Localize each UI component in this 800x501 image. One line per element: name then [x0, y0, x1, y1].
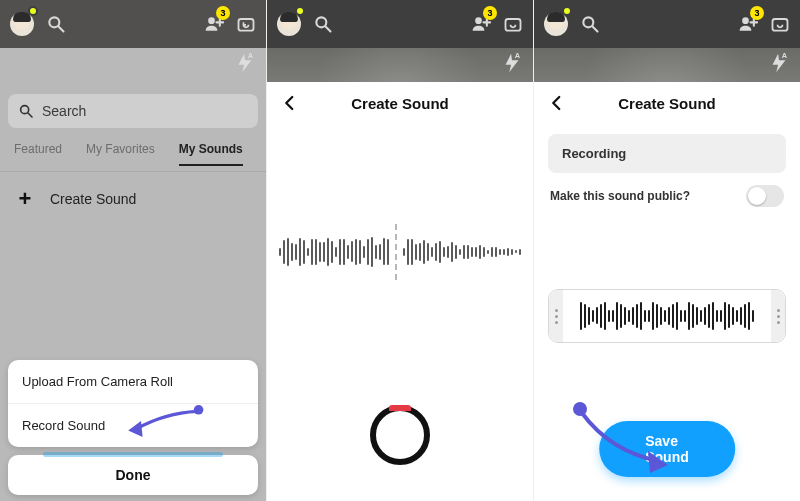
svg-point-2: [208, 17, 215, 24]
search-icon[interactable]: [46, 14, 66, 34]
trim-handle-left[interactable]: [549, 290, 563, 342]
search-icon: [18, 103, 34, 119]
svg-text:A: A: [782, 52, 788, 60]
svg-rect-25: [773, 19, 788, 31]
recording-waveform: [281, 224, 519, 280]
svg-text:A: A: [248, 52, 254, 60]
page-title: Create Sound: [618, 95, 716, 112]
flash-auto-icon[interactable]: A: [234, 52, 256, 74]
svg-rect-17: [506, 19, 521, 31]
back-button[interactable]: [281, 94, 299, 112]
badge-count: 3: [483, 6, 497, 20]
svg-line-9: [28, 113, 32, 117]
flash-auto-icon[interactable]: A: [768, 52, 790, 74]
create-sound-row[interactable]: + Create Sound: [0, 172, 266, 226]
save-sound-button[interactable]: Save Sound: [599, 421, 735, 477]
add-friend-icon[interactable]: 3: [738, 14, 758, 34]
record-button[interactable]: [370, 405, 430, 465]
sound-clip-trimmer[interactable]: [548, 289, 786, 343]
avatar[interactable]: [277, 12, 301, 36]
avatar[interactable]: [544, 12, 568, 36]
svg-line-21: [593, 27, 598, 32]
flip-camera-icon[interactable]: [770, 14, 790, 34]
presence-dot: [295, 6, 305, 16]
app-bar: 3: [0, 0, 266, 48]
badge-count: 3: [750, 6, 764, 20]
panel-sound-picker: 3 A Search Featured My Favorites My Soun…: [0, 0, 266, 501]
upload-from-camera-roll-button[interactable]: Upload From Camera Roll: [8, 360, 258, 404]
flip-camera-icon[interactable]: [236, 14, 256, 34]
flash-auto-icon[interactable]: A: [501, 52, 523, 74]
presence-dot: [562, 6, 572, 16]
avatar[interactable]: [10, 12, 34, 36]
tab-my-sounds[interactable]: My Sounds: [179, 136, 243, 166]
add-friend-icon[interactable]: 3: [471, 14, 491, 34]
svg-point-22: [742, 17, 749, 24]
make-public-row: Make this sound public?: [550, 185, 784, 207]
badge-count: 3: [216, 6, 230, 20]
three-panel-tutorial: 3 A Search Featured My Favorites My Soun…: [0, 0, 800, 501]
make-public-label: Make this sound public?: [550, 189, 690, 203]
record-sound-button[interactable]: Record Sound: [8, 404, 258, 447]
app-bar: 3: [534, 0, 800, 48]
svg-line-1: [59, 27, 64, 32]
back-button[interactable]: [548, 94, 566, 112]
recording-name-field[interactable]: Recording: [548, 134, 786, 173]
presence-dot: [28, 6, 38, 16]
app-bar: 3: [267, 0, 533, 48]
panel-save-sound: 3 A Create Sound Recording Make this sou…: [534, 0, 800, 501]
waveform-playhead: [395, 224, 397, 280]
sub-header: Create Sound: [534, 82, 800, 124]
create-sound-label: Create Sound: [50, 191, 136, 207]
camera-blur-strip: [534, 48, 800, 84]
sub-header: Create Sound: [267, 82, 533, 124]
trim-handle-right[interactable]: [771, 290, 785, 342]
make-public-toggle[interactable]: [746, 185, 784, 207]
plus-icon: +: [12, 186, 38, 212]
svg-line-13: [326, 27, 331, 32]
tab-featured[interactable]: Featured: [14, 136, 62, 165]
tab-my-favorites[interactable]: My Favorites: [86, 136, 155, 165]
done-button[interactable]: Done: [8, 455, 258, 495]
add-friend-icon[interactable]: 3: [204, 14, 224, 34]
search-icon[interactable]: [580, 14, 600, 34]
tabs: Featured My Favorites My Sounds: [0, 136, 266, 172]
flip-camera-icon[interactable]: [503, 14, 523, 34]
action-sheet: Upload From Camera Roll Record Sound Don…: [8, 360, 258, 495]
camera-blur-strip: [267, 48, 533, 84]
search-placeholder: Search: [42, 103, 86, 119]
page-title: Create Sound: [351, 95, 449, 112]
svg-point-14: [475, 17, 482, 24]
svg-text:A: A: [515, 52, 521, 60]
svg-point-28: [573, 402, 587, 416]
panel-create-sound-recording: 3 A Create Sound: [266, 0, 534, 501]
search-icon[interactable]: [313, 14, 333, 34]
search-input[interactable]: Search: [8, 94, 258, 128]
